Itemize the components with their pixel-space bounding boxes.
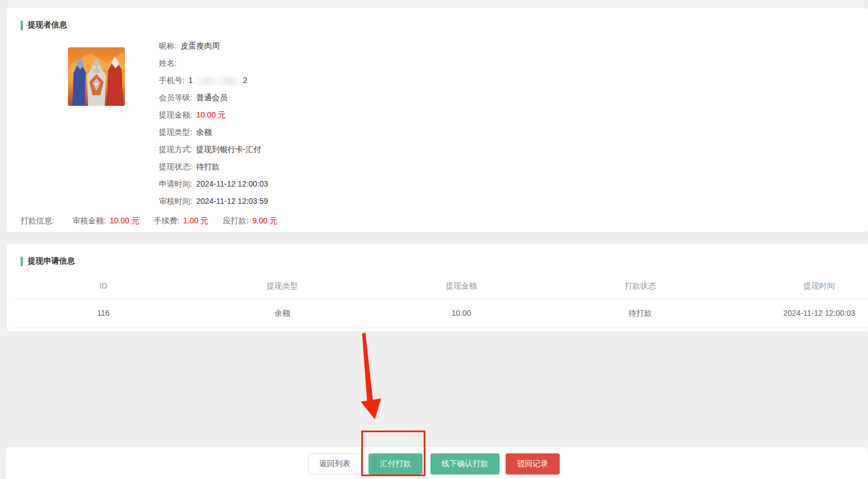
audit-amount-label: 审核金额: bbox=[72, 216, 106, 225]
accent-bar-icon bbox=[21, 21, 23, 30]
info-row-withdraw-type: 提现类型:余额 bbox=[159, 124, 268, 141]
cell-type: 余额 bbox=[193, 299, 372, 328]
table-row: 116 余额 10.00 待打款 2024-11-12 12:00:03 bbox=[14, 299, 868, 328]
huifu-pay-button[interactable]: 汇付打款 bbox=[368, 453, 423, 475]
fee-value: 1.00 元 bbox=[183, 216, 208, 225]
avatar bbox=[68, 47, 125, 106]
withdrawer-card-title: 提现者信息 bbox=[21, 20, 67, 30]
payable-value: 9.00 元 bbox=[253, 216, 278, 225]
offline-confirm-pay-button[interactable]: 线下确认打款 bbox=[430, 453, 500, 475]
apply-time-label: 申请时间: bbox=[159, 179, 192, 188]
nickname-label: 昵称: bbox=[159, 41, 177, 50]
column-header-id: ID bbox=[14, 273, 193, 299]
member-level-value: 普通会员 bbox=[196, 93, 227, 102]
column-header-type: 提现类型 bbox=[193, 273, 372, 299]
phone-redaction-blur bbox=[194, 77, 242, 85]
nickname-value: 皮蛋瘦肉周 bbox=[181, 41, 220, 50]
cell-pay-status: 待打款 bbox=[551, 299, 730, 328]
red-arrow-icon bbox=[361, 333, 381, 419]
column-header-amount: 提现金额 bbox=[372, 273, 551, 299]
name-label: 姓名: bbox=[159, 58, 177, 67]
back-to-list-button[interactable]: 返回列表 bbox=[308, 453, 361, 475]
audit-amount-value: 10.00 元 bbox=[110, 216, 139, 225]
withdraw-apply-table: ID 提现类型 提现金额 打款状态 提现时间 116 余额 10.00 待打款 … bbox=[14, 273, 868, 328]
phone-label: 手机号: bbox=[159, 76, 185, 85]
cell-time: 2024-11-12 12:00:03 bbox=[730, 299, 868, 328]
withdraw-status-value: 待打款 bbox=[196, 162, 220, 171]
payable-label: 应打款: bbox=[223, 216, 249, 225]
fee-group: 手续费:1.00 元 bbox=[154, 216, 208, 225]
withdraw-amount-value: 10.00 元 bbox=[196, 110, 226, 119]
fee-label: 手续费: bbox=[154, 216, 180, 225]
cell-amount: 10.00 bbox=[372, 299, 551, 328]
info-row-nickname: 昵称:皮蛋瘦肉周 bbox=[159, 37, 268, 55]
audit-time-label: 审核时间: bbox=[159, 197, 192, 206]
member-level-label: 会员等级: bbox=[159, 93, 192, 102]
payment-info-label: 打款信息: bbox=[21, 216, 54, 225]
withdraw-type-value: 余额 bbox=[196, 128, 212, 136]
payable-group: 应打款:9.00 元 bbox=[223, 216, 278, 225]
section-title-text: 提现者信息 bbox=[28, 20, 67, 30]
table-header-row: ID 提现类型 提现金额 打款状态 提现时间 bbox=[14, 273, 868, 299]
phone-suffix: 2 bbox=[243, 76, 248, 85]
withdraw-apply-card: 提现申请信息 ID 提现类型 提现金额 打款状态 提现时间 116 余额 10.… bbox=[7, 244, 868, 331]
info-row-withdraw-method: 提现方式:提现到银行卡-汇付 bbox=[159, 141, 268, 158]
info-row-audit-time: 审核时间:2024-11-12 12:03:59 bbox=[159, 193, 268, 210]
column-header-time: 提现时间 bbox=[730, 273, 868, 299]
withdraw-method-label: 提现方式: bbox=[159, 145, 192, 154]
section-title-text: 提现申请信息 bbox=[28, 256, 75, 266]
reject-record-button[interactable]: 驳回记录 bbox=[506, 453, 560, 475]
info-row-apply-time: 申请时间:2024-11-12 12:00:03 bbox=[159, 175, 268, 193]
audit-amount-group: 审核金额:10.00 元 bbox=[72, 216, 139, 225]
withdraw-type-label: 提现类型: bbox=[159, 128, 192, 136]
apply-card-title: 提现申请信息 bbox=[21, 256, 75, 266]
info-row-name: 姓名: bbox=[159, 55, 268, 72]
info-row-phone: 手机号:12 bbox=[159, 72, 268, 89]
payment-info-line: 打款信息:审核金额:10.00 元手续费:1.00 元应打款:9.00 元 bbox=[21, 215, 278, 226]
withdrawer-info-rows: 昵称:皮蛋瘦肉周 姓名: 手机号:12 会员等级:普通会员 提现金额:10.00… bbox=[159, 37, 268, 210]
column-header-pay-status: 打款状态 bbox=[551, 273, 730, 299]
info-row-withdraw-status: 提现状态:待打款 bbox=[159, 158, 268, 175]
info-row-member-level: 会员等级:普通会员 bbox=[159, 89, 268, 106]
withdraw-status-label: 提现状态: bbox=[159, 162, 192, 171]
footer-action-bar: 返回列表 汇付打款 线下确认打款 驳回记录 bbox=[6, 447, 868, 479]
accent-bar-icon bbox=[21, 257, 23, 266]
apply-time-value: 2024-11-12 12:00:03 bbox=[196, 179, 268, 188]
info-row-withdraw-amount: 提现金额:10.00 元 bbox=[159, 106, 268, 124]
withdraw-amount-label: 提现金额: bbox=[159, 110, 192, 119]
phone-prefix: 1 bbox=[188, 76, 193, 85]
cell-id: 116 bbox=[14, 299, 193, 328]
audit-time-value: 2024-11-12 12:03:59 bbox=[196, 197, 268, 206]
withdrawer-info-card: 提现者信息 bbox=[7, 8, 868, 232]
withdraw-method-value: 提现到银行卡-汇付 bbox=[196, 145, 261, 154]
